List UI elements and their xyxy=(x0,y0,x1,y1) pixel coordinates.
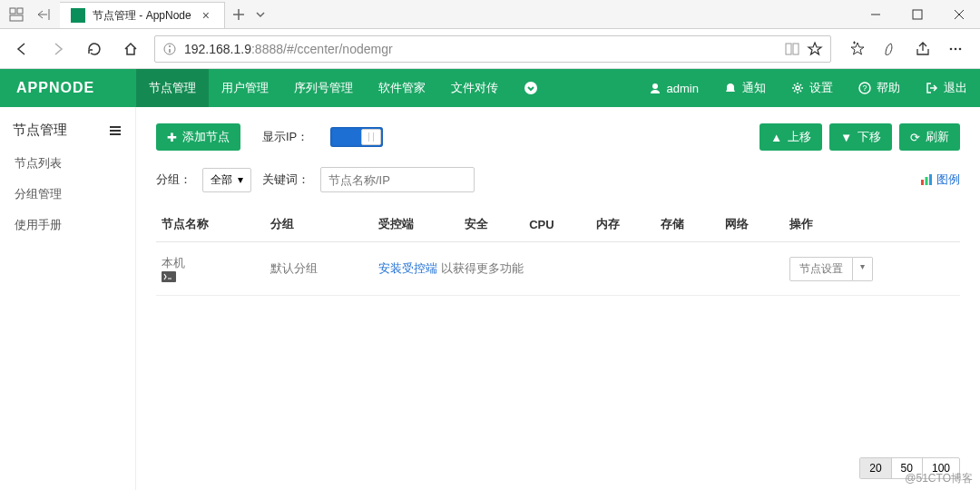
svg-point-9 xyxy=(955,47,957,50)
node-table: 节点名称 分组 受控端 安全 CPU 内存 存储 网络 操作 本机 默认分组 安… xyxy=(156,207,960,296)
svg-rect-7 xyxy=(793,44,799,54)
nav-settings[interactable]: 设置 xyxy=(779,69,846,107)
gear-icon xyxy=(791,82,804,94)
th-group: 分组 xyxy=(265,207,374,242)
sidebar: 节点管理 节点列表 分组管理 使用手册 xyxy=(0,107,136,490)
svg-rect-0 xyxy=(10,8,15,14)
th-mem: 内存 xyxy=(591,207,655,242)
node-group: 默认分组 xyxy=(265,242,374,296)
nav-software[interactable]: 软件管家 xyxy=(366,69,438,107)
app-topnav: APPNODE 节点管理 用户管理 序列号管理 软件管家 文件对传 admin … xyxy=(0,69,980,107)
forward-icon[interactable] xyxy=(45,36,71,62)
info-icon[interactable] xyxy=(162,42,177,56)
sidebar-item-node-list[interactable]: 节点列表 xyxy=(0,148,135,179)
tab-title: 节点管理 - AppNode xyxy=(93,8,191,24)
notes-icon[interactable] xyxy=(882,41,898,57)
nav-logout[interactable]: 退出 xyxy=(913,69,980,107)
refresh-button[interactable]: ⟳刷新 xyxy=(899,123,960,151)
minimize-icon[interactable] xyxy=(855,0,897,28)
svg-rect-6 xyxy=(786,44,791,54)
refresh-icon[interactable] xyxy=(82,36,107,62)
table-row: 本机 默认分组 安装受控端 以获得更多功能 节点设置▾ xyxy=(156,242,960,296)
plus-icon: ✚ xyxy=(167,131,177,144)
move-down-button[interactable]: ▼下移 xyxy=(829,123,892,151)
svg-rect-19 xyxy=(162,271,176,282)
new-tab-icon[interactable] xyxy=(232,8,245,21)
close-window-icon[interactable] xyxy=(938,0,980,28)
node-settings-button[interactable]: 节点设置 xyxy=(789,257,853,281)
nav-help[interactable]: ?帮助 xyxy=(846,69,913,107)
svg-point-10 xyxy=(959,47,962,50)
nav-notify[interactable]: 通知 xyxy=(711,69,779,107)
logo[interactable]: APPNODE xyxy=(0,69,136,107)
th-controlled: 受控端 xyxy=(373,207,459,242)
nav-more-dropdown[interactable] xyxy=(511,69,551,107)
watermark: @51CTO博客 xyxy=(905,471,973,486)
home-icon[interactable] xyxy=(118,36,143,62)
url-text: 192.168.1.9:8888/#/ccenter/nodemgr xyxy=(184,42,778,56)
star-icon[interactable] xyxy=(807,41,823,57)
address-bar[interactable]: 192.168.1.9:8888/#/ccenter/nodemgr xyxy=(154,35,831,63)
maximize-icon[interactable] xyxy=(897,0,938,28)
svg-rect-16 xyxy=(921,180,924,185)
back-tab-icon[interactable] xyxy=(33,4,54,25)
svg-point-11 xyxy=(524,82,537,94)
close-tab-icon[interactable]: × xyxy=(199,8,213,23)
svg-point-8 xyxy=(950,47,953,50)
install-agent-link[interactable]: 安装受控端 xyxy=(378,261,437,275)
svg-rect-3 xyxy=(913,10,922,19)
show-ip-label: 显示IP： xyxy=(262,129,309,145)
nav-file-transfer[interactable]: 文件对传 xyxy=(438,69,511,107)
legend-link[interactable]: 图例 xyxy=(920,172,960,188)
arrow-down-icon: ▼ xyxy=(840,131,852,144)
user-icon xyxy=(649,82,662,94)
window-titlebar: 节点管理 - AppNode × xyxy=(0,0,980,29)
move-up-button[interactable]: ▲上移 xyxy=(760,123,822,151)
node-name: 本机 xyxy=(162,256,185,270)
bell-icon xyxy=(724,82,737,94)
sidebar-item-group-mgmt[interactable]: 分组管理 xyxy=(0,179,135,210)
nav-node-mgmt[interactable]: 节点管理 xyxy=(136,69,209,107)
menu-icon[interactable] xyxy=(108,123,122,138)
node-settings-caret[interactable]: ▾ xyxy=(853,257,873,281)
favicon-icon xyxy=(71,8,85,23)
nav-user-mgmt[interactable]: 用户管理 xyxy=(209,69,281,107)
group-label: 分组： xyxy=(156,172,191,188)
th-network: 网络 xyxy=(720,207,784,242)
svg-point-13 xyxy=(796,86,799,90)
help-icon: ? xyxy=(858,82,871,94)
add-node-button[interactable]: ✚添加节点 xyxy=(156,123,240,151)
th-cpu: CPU xyxy=(524,207,591,242)
share-icon[interactable] xyxy=(915,41,931,57)
nav-user[interactable]: admin xyxy=(636,69,711,107)
controlled-tail: 以获得更多功能 xyxy=(437,261,524,275)
nav-serial-mgmt[interactable]: 序列号管理 xyxy=(281,69,366,107)
group-select[interactable]: 全部▾ xyxy=(202,168,251,192)
browser-toolbar: 192.168.1.9:8888/#/ccenter/nodemgr xyxy=(0,29,980,69)
sidebar-title: 节点管理 xyxy=(13,122,67,139)
sidebar-item-manual[interactable]: 使用手册 xyxy=(0,210,135,240)
chevron-down-icon[interactable] xyxy=(254,8,267,21)
svg-rect-1 xyxy=(17,8,23,14)
favorites-icon[interactable] xyxy=(849,41,866,57)
back-icon[interactable] xyxy=(9,36,34,62)
th-op: 操作 xyxy=(784,207,960,242)
keyword-input[interactable] xyxy=(320,167,475,192)
logout-icon xyxy=(926,82,938,94)
more-icon[interactable] xyxy=(947,41,964,57)
th-storage: 存储 xyxy=(655,207,720,242)
th-security: 安全 xyxy=(459,207,524,242)
pagesize-20[interactable]: 20 xyxy=(860,458,890,478)
svg-rect-2 xyxy=(10,15,23,21)
tab-group-icon[interactable] xyxy=(5,4,27,25)
th-name: 节点名称 xyxy=(156,207,265,242)
arrow-up-icon: ▲ xyxy=(770,131,782,144)
reader-icon[interactable] xyxy=(785,42,799,56)
svg-point-12 xyxy=(652,83,658,89)
refresh-small-icon: ⟳ xyxy=(910,131,920,144)
keyword-label: 关键词： xyxy=(262,172,309,188)
show-ip-toggle[interactable] xyxy=(330,127,383,147)
terminal-icon[interactable] xyxy=(162,271,260,282)
svg-point-5 xyxy=(169,45,171,47)
browser-tab[interactable]: 节点管理 - AppNode × xyxy=(60,2,225,28)
